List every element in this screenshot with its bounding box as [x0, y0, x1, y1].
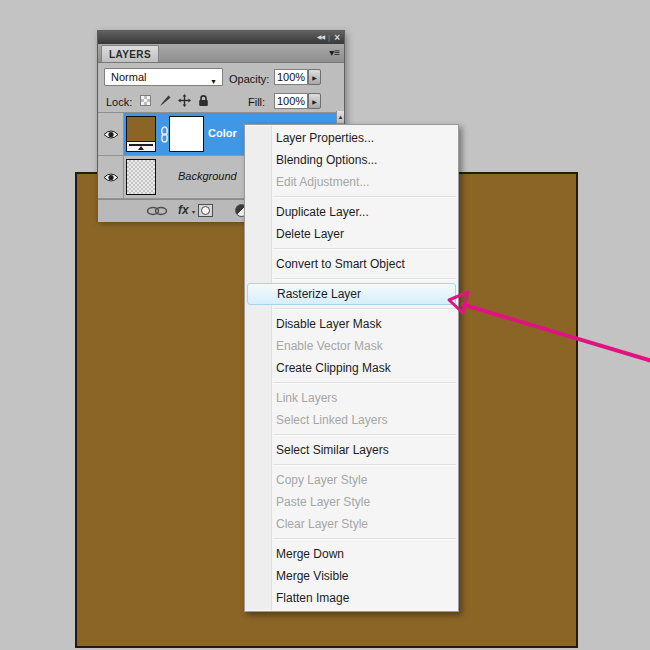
menu-item-label: Link Layers [276, 391, 337, 405]
menu-separator [273, 464, 456, 466]
blend-mode-dropdown[interactable]: Normal ▼ [104, 68, 223, 86]
menu-item-label: Create Clipping Mask [276, 361, 391, 375]
layer-name[interactable]: Background [178, 170, 237, 182]
fill-label: Fill: [248, 96, 265, 108]
menu-item-merge-down[interactable]: Merge Down [245, 543, 458, 565]
menu-item-label: Enable Vector Mask [276, 339, 383, 353]
opacity-label: Opacity: [229, 73, 269, 85]
menu-item-label: Duplicate Layer... [276, 205, 369, 219]
collapse-panel-icon[interactable]: ◀◀ [317, 31, 324, 44]
menu-item-label: Edit Adjustment... [276, 175, 369, 189]
menu-item-edit-adjustment: Edit Adjustment... [245, 171, 458, 193]
menu-item-label: Delete Layer [276, 227, 344, 241]
menu-item-layer-properties[interactable]: Layer Properties... [245, 127, 458, 149]
mask-link-icon[interactable] [160, 126, 169, 143]
panel-titlebar: ◀◀ | × [98, 31, 344, 44]
menu-separator [273, 382, 456, 384]
menu-item-label: Select Linked Layers [276, 413, 387, 427]
lock-all-icon[interactable] [198, 94, 209, 107]
menu-item-label: Merge Visible [276, 569, 348, 583]
lock-buttons [140, 93, 209, 107]
tab-layers[interactable]: LAYERS [101, 45, 159, 62]
menu-item-label: Flatten Image [276, 591, 349, 605]
menu-item-disable-layer-mask[interactable]: Disable Layer Mask [245, 313, 458, 335]
menu-separator [273, 434, 456, 436]
menu-item-blending-options[interactable]: Blending Options... [245, 149, 458, 171]
fx-caret-icon: ▾ [192, 208, 195, 215]
visibility-cell[interactable] [98, 113, 124, 155]
menu-item-merge-visible[interactable]: Merge Visible [245, 565, 458, 587]
menu-separator [273, 196, 456, 198]
menu-separator [273, 538, 456, 540]
link-layers-icon[interactable] [146, 206, 168, 216]
menu-item-label: Paste Layer Style [276, 495, 370, 509]
add-layer-mask-icon[interactable] [198, 204, 213, 217]
blend-mode-value: Normal [111, 71, 146, 83]
menu-item-paste-layer-style: Paste Layer Style [245, 491, 458, 513]
panel-tab-row: LAYERS ▾≡ [98, 44, 344, 63]
menu-item-clear-layer-style: Clear Layer Style [245, 513, 458, 535]
menu-separator [273, 248, 456, 250]
menu-separator [273, 308, 456, 310]
menu-item-link-layers: Link Layers [245, 387, 458, 409]
fill-input[interactable]: 100% [274, 93, 308, 109]
layer-context-menu: Layer Properties... Blending Options... … [244, 124, 459, 612]
chevron-down-icon: ▼ [210, 74, 217, 90]
menu-item-delete-layer[interactable]: Delete Layer [245, 223, 458, 245]
panel-controls: Normal ▼ Opacity: 100% Lock: [98, 63, 344, 113]
menu-separator [273, 278, 456, 280]
menu-item-label: Rasterize Layer [277, 287, 361, 301]
eye-icon [103, 129, 119, 140]
menu-item-duplicate-layer[interactable]: Duplicate Layer... [245, 201, 458, 223]
visibility-cell[interactable] [98, 156, 124, 198]
menu-item-select-linked-layers: Select Linked Layers [245, 409, 458, 431]
fx-icon[interactable]: fx [178, 203, 189, 217]
menu-item-label: Convert to Smart Object [276, 257, 405, 271]
opacity-input[interactable]: 100% [274, 69, 308, 85]
lock-position-icon[interactable] [178, 94, 191, 107]
lock-paint-icon[interactable] [158, 94, 171, 107]
lock-transparency-icon[interactable] [140, 95, 151, 106]
photoshop-workspace: ◀◀ | × LAYERS ▾≡ Normal ▼ Opacity: 100% … [0, 0, 650, 650]
menu-item-convert-to-smart-object[interactable]: Convert to Smart Object [245, 253, 458, 275]
panel-flyout-menu-icon[interactable]: ▾≡ [329, 46, 340, 60]
menu-item-label: Copy Layer Style [276, 473, 367, 487]
menu-item-label: Merge Down [276, 547, 344, 561]
close-panel-icon[interactable]: × [334, 31, 340, 44]
opacity-spinner-button[interactable] [308, 69, 321, 85]
menu-item-create-clipping-mask[interactable]: Create Clipping Mask [245, 357, 458, 379]
menu-item-copy-layer-style: Copy Layer Style [245, 469, 458, 491]
menu-item-label: Disable Layer Mask [276, 317, 381, 331]
background-thumbnail[interactable] [126, 159, 156, 195]
menu-item-rasterize-layer[interactable]: Rasterize Layer [247, 283, 456, 305]
menu-item-enable-vector-mask: Enable Vector Mask [245, 335, 458, 357]
lock-label: Lock: [106, 96, 132, 108]
menu-item-label: Layer Properties... [276, 131, 374, 145]
fill-spinner-button[interactable] [308, 93, 321, 109]
menu-item-label: Clear Layer Style [276, 517, 368, 531]
eye-icon [103, 172, 119, 183]
titlebar-divider: | [328, 31, 330, 44]
menu-item-select-similar-layers[interactable]: Select Similar Layers [245, 439, 458, 461]
fill-layer-thumbnail[interactable] [126, 116, 156, 152]
scroll-up-icon[interactable] [337, 111, 344, 124]
menu-item-flatten-image[interactable]: Flatten Image [245, 587, 458, 609]
menu-item-label: Blending Options... [276, 153, 377, 167]
layer-mask-thumbnail[interactable] [169, 116, 204, 152]
menu-item-label: Select Similar Layers [276, 443, 389, 457]
fill-slider-strip [127, 141, 155, 151]
